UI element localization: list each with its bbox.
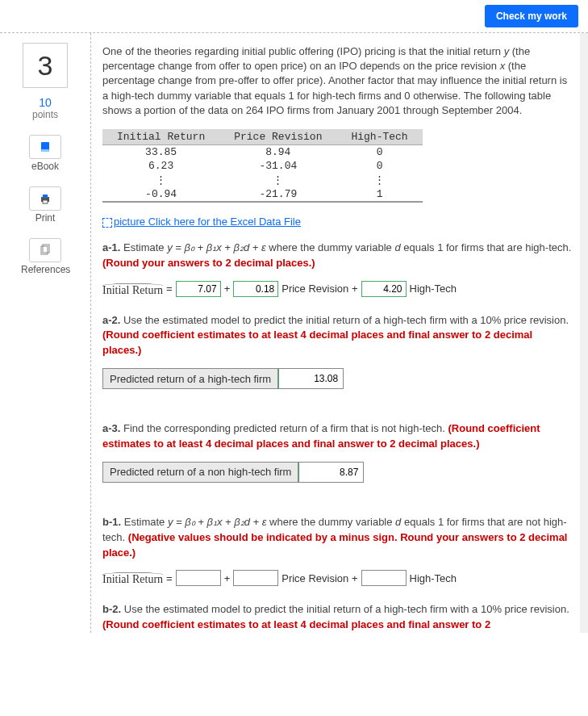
sidebar: 3 10 points eBook Print References [0,33,90,633]
initial-return-hat-b: Initial Return [102,570,163,586]
table-row: ⋮⋮⋮ [102,173,423,187]
question-b1: b-1. Estimate y = β₀ + β₁x + β₂d + ε whe… [102,515,573,561]
a3-answer-table: Predicted return of a non high-tech firm [102,462,364,483]
col-high-tech: High-Tech [336,129,422,145]
content-area: One of the theories regarding initial pu… [90,33,588,633]
print-button[interactable]: Print [21,186,69,224]
col-initial-return: Initial Return [102,129,219,145]
data-table: Initial Return Price Revision High-Tech … [102,129,423,203]
references-label: References [21,264,70,275]
ebook-label: eBook [31,161,59,172]
a1-formula: Initial Return = + Price Revision + High… [102,281,573,297]
svg-rect-3 [43,195,48,198]
question-a2: a-2. Use the estimated model to predict … [102,313,573,359]
question-a3: a-3. Find the corresponding predicted re… [102,421,573,452]
copy-icon [29,238,61,262]
references-button[interactable]: References [21,238,69,275]
book-icon [29,135,61,159]
main-wrap: 3 10 points eBook Print References One o… [0,32,588,633]
check-my-work-button[interactable]: Check my work [485,5,578,27]
a1-beta1-input[interactable] [233,281,278,297]
b1-formula: Initial Return = + Price Revision + High… [102,570,573,586]
table-row: 6.23-31.040 [102,159,423,173]
points-value: 10 [6,96,84,109]
print-label: Print [35,212,56,224]
picture-icon [102,218,112,228]
top-bar: Check my work [0,0,588,32]
b1-beta2-input[interactable] [361,570,407,586]
question-number: 3 [23,43,68,88]
table-row: -0.94-21.791 [102,187,423,202]
question-a1: a-1. Estimate y = β₀ + β₁x + β₂d + ε whe… [102,241,573,271]
a2-value-input[interactable] [278,369,343,388]
a1-beta0-input[interactable] [176,281,221,297]
b1-beta1-input[interactable] [233,570,278,586]
b1-beta0-input[interactable] [176,570,221,586]
a2-answer-table: Predicted return of a high-tech firm [102,368,344,389]
a1-beta2-input[interactable] [361,281,407,297]
a3-value-input[interactable] [298,463,363,482]
scrollbar[interactable] [580,33,588,633]
excel-data-link[interactable]: picture Click here for the Excel Data Fi… [102,216,301,228]
question-b2: b-2. Use the estimated model to predict … [102,602,573,633]
a3-row-label: Predicted return of a non high-tech firm [103,462,298,482]
intro-paragraph: One of the theories regarding initial pu… [102,44,573,118]
table-row: 33.858.940 [102,144,423,159]
points-label: points [6,109,84,120]
printer-icon [29,186,61,211]
a2-row-label: Predicted return of a high-tech firm [103,369,278,389]
ebook-button[interactable]: eBook [21,135,69,172]
svg-rect-1 [41,149,49,152]
col-price-revision: Price Revision [219,129,336,145]
initial-return-hat: Initial Return [102,281,163,297]
svg-rect-4 [43,200,48,203]
